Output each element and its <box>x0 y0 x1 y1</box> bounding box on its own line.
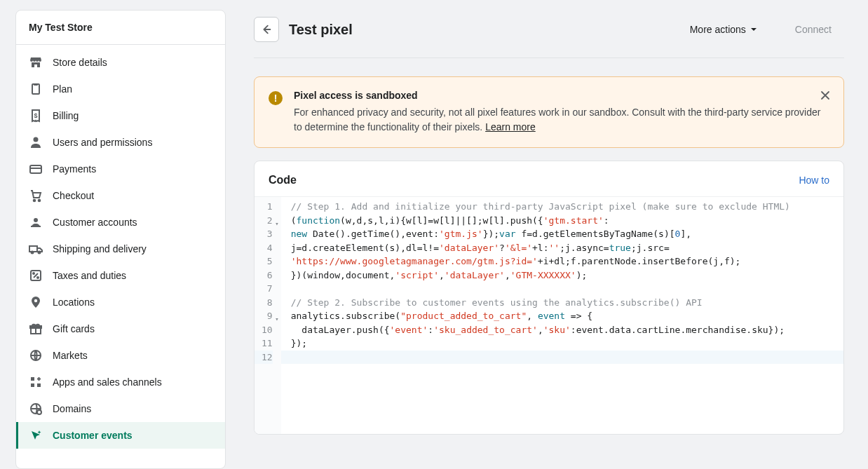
sidebar-item-label: Plan <box>53 83 72 95</box>
svg-rect-0 <box>32 84 39 94</box>
banner-body: For enhanced privacy and security, not a… <box>294 105 829 135</box>
sidebar-item-taxes[interactable]: Taxes and duties <box>16 262 225 289</box>
learn-more-link[interactable]: Learn more <box>485 121 536 132</box>
how-to-link[interactable]: How to <box>799 175 829 186</box>
line-number: 12 <box>255 351 273 365</box>
line-number: 4 <box>262 241 273 255</box>
code-line[interactable]: analytics.subscribe("product_added_to_ca… <box>291 309 836 323</box>
code-line[interactable]: dataLayer.push({'event':'sku_added_to_ca… <box>291 323 836 337</box>
code-line[interactable]: new Date().getTime(),event:'gtm.js'});va… <box>291 227 836 241</box>
code-header: Code How to <box>255 161 843 196</box>
sidebar-item-plan[interactable]: Plan <box>16 76 225 102</box>
sidebar-item-label: Customer accounts <box>53 217 137 228</box>
page-header: Test pixel More actions Connect <box>254 10 844 58</box>
sidebar-item-label: Store details <box>53 57 107 68</box>
caret-down-icon <box>750 26 757 33</box>
code-line[interactable]: })(window,document,'script','dataLayer',… <box>291 269 836 283</box>
code-line[interactable]: 'https://www.googletagmanager.com/gtm.js… <box>291 254 836 269</box>
sidebar-item-customer-accounts[interactable]: Customer accounts <box>16 209 225 236</box>
line-number: 3 <box>262 227 273 241</box>
code-line[interactable] <box>291 282 836 296</box>
sidebar-item-apps[interactable]: Apps and sales channels <box>16 369 225 395</box>
sidebar-item-locations[interactable]: Locations <box>16 289 225 315</box>
arrow-left-icon <box>260 23 273 36</box>
code-editor[interactable]: 12▾3456789▾101112 // Step 1. Add and ini… <box>255 196 843 434</box>
sidebar-item-markets[interactable]: Markets <box>16 342 225 369</box>
code-line[interactable]: (function(w,d,s,l,i){w[l]=w[l]||[];w[l].… <box>291 214 836 228</box>
sidebar-item-shipping[interactable]: Shipping and delivery <box>16 236 225 262</box>
sidebar-item-customer-events[interactable]: Customer events <box>16 422 225 449</box>
truck-icon <box>29 242 43 256</box>
line-number: 11 <box>262 337 273 351</box>
cart-icon <box>29 189 43 203</box>
svg-rect-1 <box>34 83 38 86</box>
sidebar-item-checkout[interactable]: Checkout <box>16 182 225 209</box>
fold-marker-icon[interactable]: ▾ <box>275 217 278 231</box>
line-number: 8 <box>262 296 273 310</box>
svg-rect-19 <box>31 377 34 381</box>
sidebar-item-billing[interactable]: $Billing <box>16 102 225 129</box>
code-body[interactable]: // Step 1. Add and initialize your third… <box>281 197 843 434</box>
code-line[interactable]: // Step 2. Subscribe to customer events … <box>291 296 836 310</box>
cursor-sparkle-icon <box>29 428 43 442</box>
code-line[interactable]: // Step 1. Add and initialize your third… <box>291 200 836 214</box>
line-number: 7 <box>262 282 273 296</box>
line-number: 2▾ <box>262 214 273 228</box>
connect-button[interactable]: Connect <box>782 18 844 41</box>
more-actions-dropdown[interactable]: More actions <box>683 18 764 41</box>
code-title: Code <box>269 174 297 186</box>
sidebar-item-label: Checkout <box>53 190 94 201</box>
line-number: 6 <box>262 269 273 283</box>
svg-point-11 <box>39 252 41 254</box>
sidebar-item-label: Domains <box>53 403 91 414</box>
clipboard-icon <box>29 82 43 96</box>
settings-sidebar: My Test Store Store detailsPlan$BillingU… <box>15 10 226 469</box>
line-number: 10 <box>262 323 273 337</box>
main-content: Test pixel More actions Connect ! Pixel … <box>226 0 868 469</box>
card-icon <box>29 162 43 176</box>
person-icon <box>29 135 43 149</box>
line-number: 1 <box>262 200 273 214</box>
sidebar-item-payments[interactable]: Payments <box>16 156 225 182</box>
svg-rect-20 <box>31 383 34 387</box>
sidebar-list: Store detailsPlan$BillingUsers and permi… <box>16 45 225 468</box>
sidebar-item-users[interactable]: Users and permissions <box>16 129 225 156</box>
line-number: 9▾ <box>262 309 273 323</box>
fold-marker-icon[interactable]: ▾ <box>275 313 278 327</box>
storefront-icon <box>29 55 43 69</box>
page-title: Test pixel <box>289 22 673 38</box>
sidebar-item-label: Users and permissions <box>53 137 152 148</box>
percent-icon <box>29 269 43 283</box>
svg-point-23 <box>37 410 41 414</box>
svg-rect-21 <box>37 383 41 387</box>
sidebar-item-store-details[interactable]: Store details <box>16 49 225 76</box>
globe-icon <box>29 348 43 362</box>
svg-point-10 <box>32 252 34 254</box>
line-number-gutter: 12▾3456789▾101112 <box>255 197 281 434</box>
sidebar-item-label: Shipping and delivery <box>53 243 147 254</box>
warning-icon: ! <box>269 91 283 105</box>
pin-icon <box>29 295 43 309</box>
sidebar-item-label: Locations <box>53 297 95 308</box>
sidebar-item-gift-cards[interactable]: Gift cards <box>16 315 225 342</box>
gift-icon <box>29 322 43 336</box>
code-line[interactable]: }); <box>291 337 836 351</box>
svg-rect-9 <box>29 246 37 252</box>
sidebar-item-domains[interactable]: Domains <box>16 395 225 422</box>
banner-close-button[interactable] <box>817 87 834 104</box>
code-line[interactable]: j=d.createElement(s),dl=l!='dataLayer'?'… <box>291 241 836 255</box>
profile-icon <box>29 215 43 229</box>
receipt-icon: $ <box>29 109 43 123</box>
code-line[interactable] <box>281 351 843 365</box>
svg-point-14 <box>37 277 39 278</box>
sandbox-warning-banner: ! Pixel access is sandboxed For enhanced… <box>254 76 844 148</box>
sidebar-item-label: Payments <box>53 163 96 175</box>
sidebar-item-label: Customer events <box>53 430 133 441</box>
more-actions-label: More actions <box>690 24 746 35</box>
back-button[interactable] <box>254 17 279 42</box>
banner-body-text: For enhanced privacy and security, not a… <box>294 107 820 132</box>
svg-rect-4 <box>30 165 41 173</box>
svg-rect-8 <box>31 226 41 227</box>
sidebar-item-label: Taxes and duties <box>53 270 126 281</box>
svg-text:$: $ <box>34 112 37 119</box>
